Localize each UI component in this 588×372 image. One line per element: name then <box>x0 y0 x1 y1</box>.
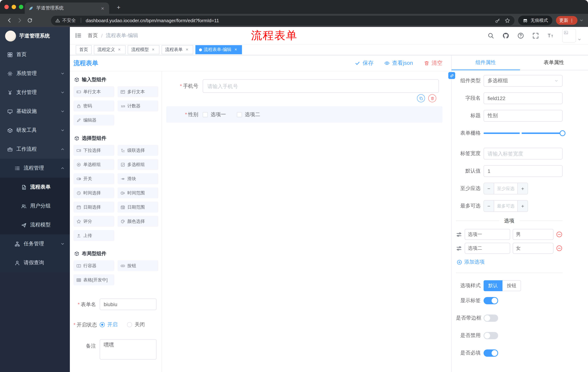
decrease-icon[interactable]: − <box>484 201 494 212</box>
palette-item-password[interactable]: 密码 <box>74 100 114 111</box>
palette-item-color-picker[interactable]: 颜色选择 <box>117 216 158 227</box>
github-icon[interactable] <box>503 32 509 39</box>
form-name-input[interactable] <box>100 298 157 310</box>
max-select-stepper[interactable]: − 最多可选 + <box>483 200 528 212</box>
sidebar-item-process-form[interactable]: 流程表单 <box>0 178 70 197</box>
url-text[interactable]: dashboard.yudao.iocoder.cn/bpm/manager/f… <box>86 18 493 23</box>
sidebar-item-process-model[interactable]: 流程模型 <box>0 215 70 234</box>
form-grid-slider[interactable] <box>483 128 563 139</box>
palette-item-switch[interactable]: 开关 <box>74 173 114 184</box>
reload-button[interactable] <box>25 15 35 25</box>
palette-item-editor[interactable]: 编辑器 <box>74 115 114 126</box>
component-type-select[interactable]: 多选框组 <box>483 75 563 87</box>
form-remark-textarea[interactable]: 嘿嘿 <box>100 339 157 360</box>
palette-item-rate[interactable]: 评分 <box>74 216 114 227</box>
increase-icon[interactable]: + <box>517 183 528 194</box>
add-option-button[interactable]: 添加选项 <box>457 259 563 265</box>
close-tab-icon[interactable]: × <box>100 5 105 11</box>
sidebar-item-task-management[interactable]: 任务管理 <box>0 234 70 253</box>
palette-item-table[interactable]: 表格[开发中] <box>74 275 114 285</box>
style-button-button[interactable]: 按钮 <box>503 280 521 291</box>
slider-track[interactable] <box>483 132 563 134</box>
tag-home[interactable]: 首页 <box>76 45 92 54</box>
close-icon[interactable]: × <box>184 47 189 52</box>
required-switch[interactable] <box>483 350 498 357</box>
password-key-icon[interactable] <box>495 18 500 23</box>
palette-item-time-picker[interactable]: 时间选择 <box>74 187 114 198</box>
close-icon[interactable]: × <box>233 47 238 52</box>
browser-tab[interactable]: 芋道管理系统 × <box>25 2 109 14</box>
drag-handle-icon[interactable] <box>456 245 462 251</box>
palette-item-cascader[interactable]: 级联选择 <box>117 145 158 156</box>
phone-field-row[interactable]: 手机号 <box>166 79 442 93</box>
option2-label-input[interactable] <box>465 243 510 254</box>
close-window-button[interactable] <box>4 5 9 9</box>
save-button[interactable]: 保存 <box>355 60 374 67</box>
gender-option2-checkbox[interactable]: 选项二 <box>237 111 260 118</box>
sidebar-item-infrastructure[interactable]: 基础设施 <box>0 102 70 121</box>
palette-item-select[interactable]: 下拉选择 <box>74 145 114 156</box>
palette-item-textarea[interactable]: 多行文本 <box>117 86 158 97</box>
palette-item-row-container[interactable]: 行容器 <box>74 260 114 271</box>
close-icon[interactable]: × <box>151 47 156 52</box>
browser-update-button[interactable]: 更新 <box>556 16 578 25</box>
form-link-badge[interactable] <box>448 72 455 79</box>
minimize-window-button[interactable] <box>12 5 16 9</box>
close-icon[interactable]: × <box>117 47 122 52</box>
fullscreen-icon[interactable] <box>532 32 539 39</box>
forward-button[interactable] <box>15 15 25 25</box>
tag-process-form[interactable]: 流程表单 × <box>162 45 193 54</box>
palette-item-upload[interactable]: 上传 <box>74 230 114 241</box>
tab-form-props[interactable]: 表单属性 <box>520 55 588 70</box>
increase-icon[interactable]: + <box>517 201 528 212</box>
show-label-switch[interactable] <box>483 297 498 304</box>
selected-component-gender[interactable]: 性别 选项一 选项二 <box>166 106 442 123</box>
remove-option-icon[interactable] <box>556 245 563 252</box>
option2-value-input[interactable] <box>513 243 553 254</box>
status-on-radio[interactable]: 开启 <box>100 321 117 328</box>
zoom-window-button[interactable] <box>19 5 23 9</box>
sidebar-item-payment[interactable]: 支付管理 <box>0 83 70 102</box>
tag-process-definition[interactable]: 流程定义 × <box>94 45 126 54</box>
style-default-button[interactable]: 默认 <box>483 280 503 291</box>
delete-component-button[interactable] <box>428 94 436 102</box>
title-input[interactable] <box>483 110 563 122</box>
avatar[interactable] <box>562 29 576 43</box>
sidebar-item-user-groups[interactable]: 用户分组 <box>0 197 70 215</box>
user-menu[interactable] <box>562 29 581 43</box>
min-select-stepper[interactable]: − 至少应选 + <box>483 183 528 194</box>
drag-handle-icon[interactable] <box>456 231 462 237</box>
option1-label-input[interactable] <box>465 229 510 240</box>
copy-component-button[interactable] <box>417 94 425 102</box>
sidebar-item-workflow[interactable]: 工作流程 <box>0 140 70 159</box>
option1-value-input[interactable] <box>513 229 553 240</box>
new-tab-button[interactable]: + <box>114 3 123 12</box>
palette-item-checkbox-group[interactable]: 多选框组 <box>117 159 158 170</box>
palette-item-slider[interactable]: 滑块 <box>117 173 158 184</box>
default-value-input[interactable] <box>483 165 563 177</box>
slider-handle[interactable] <box>560 130 566 136</box>
palette-item-radio-group[interactable]: 单选框组 <box>74 159 114 170</box>
palette-item-time-range[interactable]: 时间范围 <box>117 187 158 198</box>
tag-process-model[interactable]: 流程模型 × <box>128 45 159 54</box>
gender-option1-checkbox[interactable]: 选项一 <box>203 111 226 118</box>
status-off-radio[interactable]: 关闭 <box>127 321 145 328</box>
sidebar-item-home[interactable]: 首页 <box>0 45 70 64</box>
phone-input[interactable] <box>203 79 439 93</box>
back-button[interactable] <box>4 15 15 25</box>
toolbar-caret-icon[interactable] <box>579 18 584 22</box>
tag-process-form-edit[interactable]: 流程表单-编辑 × <box>195 45 242 54</box>
sidebar-item-process-management[interactable]: 流程管理 <box>0 159 70 178</box>
palette-item-text-input[interactable]: 单行文本 <box>74 86 114 97</box>
sidebar-item-system[interactable]: 系统管理 <box>0 64 70 83</box>
breadcrumb-home[interactable]: 首页 <box>88 32 98 39</box>
palette-item-button[interactable]: 按钮 <box>117 260 158 271</box>
decrease-icon[interactable]: − <box>484 183 494 194</box>
form-canvas[interactable]: 手机号 <box>162 71 451 372</box>
border-switch[interactable] <box>483 315 498 322</box>
sidebar-item-devtools[interactable]: 研发工具 <box>0 121 70 140</box>
palette-item-date-range[interactable]: 日期范围 <box>117 202 158 213</box>
view-json-button[interactable]: 查看json <box>384 60 413 67</box>
palette-item-date-picker[interactable]: 日期选择 <box>74 202 114 213</box>
font-size-icon[interactable] <box>547 32 554 39</box>
